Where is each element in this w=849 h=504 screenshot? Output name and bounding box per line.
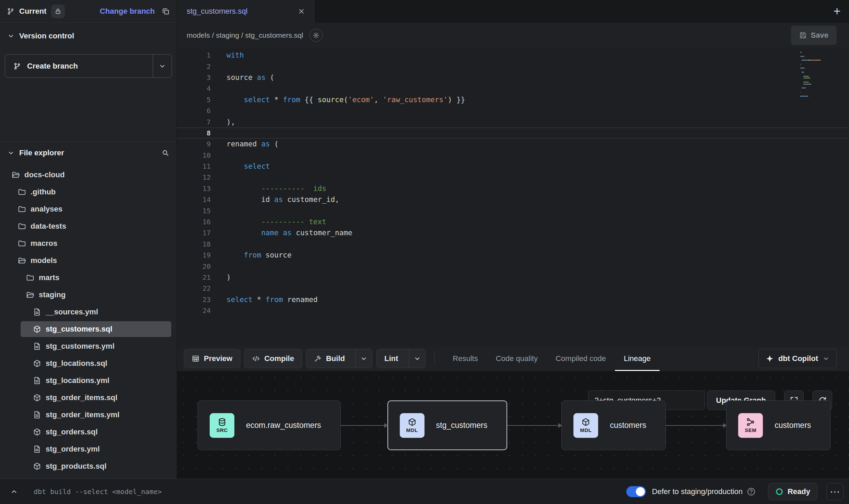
- lineage-node-mdl-stg-customers[interactable]: MDLstg_customers: [387, 400, 508, 450]
- tab-stg-customers-sql[interactable]: stg_customers.sql ×: [177, 0, 314, 23]
- code-line-19[interactable]: 19 from source: [177, 250, 849, 261]
- version-control-header[interactable]: Version control: [0, 27, 177, 45]
- line-number: 24: [177, 307, 226, 315]
- current-branch-label[interactable]: Current: [19, 7, 46, 16]
- tree-item-github[interactable]: .github: [0, 183, 177, 201]
- panel-tab-compiled-code[interactable]: Compiled code: [547, 346, 615, 371]
- lineage-node-sem-customers[interactable]: SEMcustomers: [726, 400, 830, 450]
- panel-tab-results[interactable]: Results: [444, 346, 487, 371]
- code-line-22[interactable]: 22: [177, 283, 849, 294]
- code-line-5[interactable]: 5 select * from {{ source('ecom', 'raw_c…: [177, 94, 849, 105]
- new-tab-button[interactable]: +: [825, 0, 849, 23]
- tree-item-stg-order-items-yml[interactable]: stg_order_items.yml: [0, 406, 177, 423]
- code-icon: [252, 355, 260, 362]
- tree-item-stg-customers-sql[interactable]: stg_customers.sql: [0, 321, 177, 338]
- build-label: Build: [326, 354, 345, 363]
- panel-tab-lineage[interactable]: Lineage: [615, 346, 660, 371]
- more-options-button[interactable]: ⋯: [826, 483, 844, 500]
- file-icon: [33, 342, 41, 350]
- tree-item-stg-orders-sql[interactable]: stg_orders.sql: [0, 423, 177, 441]
- lint-options-chevron[interactable]: [409, 349, 425, 368]
- lineage-node-mdl-customers[interactable]: MDLcustomers: [561, 400, 666, 450]
- code-line-17[interactable]: 17 name as customer_name: [177, 227, 849, 238]
- code-line-3[interactable]: 3source as (: [177, 72, 849, 83]
- close-tab-icon[interactable]: ×: [298, 6, 304, 16]
- code-line-6[interactable]: 6: [177, 105, 849, 116]
- chevron-down-icon: [360, 355, 367, 362]
- code-line-24[interactable]: 24: [177, 305, 849, 316]
- code-line-20[interactable]: 20: [177, 261, 849, 272]
- branch-bar: Current Change branch: [0, 0, 177, 23]
- build-button[interactable]: Build: [306, 349, 372, 368]
- create-branch-options-chevron[interactable]: [153, 55, 172, 77]
- code-line-2[interactable]: 2: [177, 61, 849, 72]
- tree-item-staging[interactable]: staging: [0, 286, 177, 303]
- code-line-11[interactable]: 11 select: [177, 161, 849, 172]
- code-line-23[interactable]: 23select * from renamed: [177, 294, 849, 305]
- tree-item-macros[interactable]: macros: [0, 235, 177, 252]
- tree-item-sources-yml[interactable]: __sources.yml: [0, 303, 177, 321]
- code-line-1[interactable]: 1with: [177, 50, 849, 61]
- build-options-chevron[interactable]: [356, 349, 372, 368]
- save-button[interactable]: Save: [791, 26, 837, 45]
- node-label: customers: [610, 421, 646, 430]
- code-line-10[interactable]: 10: [177, 150, 849, 161]
- folder-icon: [18, 188, 26, 196]
- tree-item-stg-products-sql[interactable]: stg_products.sql: [0, 458, 177, 475]
- code-line-8[interactable]: 8: [177, 128, 849, 139]
- minimap-line: [800, 58, 823, 59]
- create-branch-button[interactable]: Create branch: [5, 54, 172, 78]
- code-line-15[interactable]: 15: [177, 205, 849, 216]
- defer-toggle[interactable]: [626, 486, 646, 497]
- tree-item-stg-orders-yml[interactable]: stg_orders.yml: [0, 441, 177, 458]
- tree-item-marts[interactable]: marts: [0, 269, 177, 286]
- tree-item-models[interactable]: models: [0, 252, 177, 269]
- code-line-14[interactable]: 14 id as customer_id,: [177, 194, 849, 205]
- copy-icon[interactable]: [162, 7, 170, 15]
- code-line-4[interactable]: 4: [177, 83, 849, 94]
- minimap-line: [800, 66, 823, 67]
- line-number: 5: [177, 96, 226, 104]
- code-editor[interactable]: 1with23source as (45 select * from {{ so…: [177, 48, 849, 346]
- tree-item-analyses[interactable]: analyses: [0, 201, 177, 218]
- lineage-node-src-ecom-raw-customers[interactable]: SRCecom.raw_customers: [198, 400, 341, 450]
- code-line-13[interactable]: 13 ---------- ids: [177, 183, 849, 194]
- status-ready-badge[interactable]: Ready: [768, 483, 817, 500]
- result-panel-tabs: ResultsCode qualityCompiled codeLineage: [444, 346, 660, 371]
- tree-item-stg-customers-yml[interactable]: stg_customers.yml: [0, 338, 177, 355]
- dbt-copilot-button[interactable]: dbt Copilot: [758, 349, 837, 368]
- tree-item-data-tests[interactable]: data-tests: [0, 218, 177, 235]
- tree-item-label: stg_locations.yml: [46, 376, 109, 385]
- search-icon[interactable]: [162, 149, 169, 157]
- folder-open-icon: [26, 291, 34, 299]
- code-line-9[interactable]: 9renamed as (: [177, 139, 849, 149]
- tree-item-stg-order-items-sql[interactable]: stg_order_items.sql: [0, 389, 177, 406]
- change-branch-link[interactable]: Change branch: [100, 7, 155, 16]
- code-line-16[interactable]: 16 ---------- text: [177, 216, 849, 227]
- defer-label: Defer to staging/production: [652, 487, 743, 496]
- tree-item-stg-locations-sql[interactable]: stg_locations.sql: [0, 355, 177, 372]
- code-line-12[interactable]: 12: [177, 172, 849, 183]
- editor-minimap[interactable]: [800, 52, 823, 99]
- line-number: 21: [177, 273, 226, 281]
- tree-item-stg-locations-yml[interactable]: stg_locations.yml: [0, 372, 177, 389]
- gear-icon: [313, 32, 319, 39]
- command-input[interactable]: dbt build --select <model_name>: [34, 488, 162, 496]
- panel-tab-code-quality[interactable]: Code quality: [487, 346, 547, 371]
- file-settings-button[interactable]: [310, 29, 323, 42]
- lint-button[interactable]: Lint: [376, 349, 426, 368]
- code-line-21[interactable]: 21): [177, 272, 849, 283]
- branch-readonly-badge: [51, 4, 65, 18]
- file-explorer-header[interactable]: File explorer: [0, 144, 177, 161]
- minimap-line: [800, 82, 823, 83]
- code-line-7[interactable]: 7),: [177, 116, 849, 127]
- version-control-title: Version control: [19, 32, 74, 40]
- code-line-18[interactable]: 18: [177, 239, 849, 250]
- help-icon[interactable]: [747, 487, 756, 496]
- save-icon: [799, 32, 807, 39]
- compile-button[interactable]: Compile: [244, 349, 302, 368]
- lint-label: Lint: [384, 354, 398, 363]
- chevron-up-icon[interactable]: [10, 488, 18, 495]
- preview-button[interactable]: Preview: [184, 349, 240, 368]
- tree-item-docs-cloud[interactable]: docs-cloud: [0, 166, 177, 183]
